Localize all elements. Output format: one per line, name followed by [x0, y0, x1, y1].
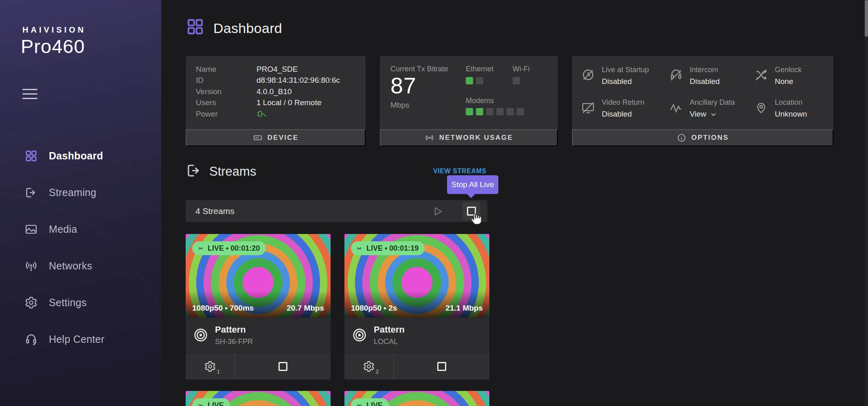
live-broadcast-icon [355, 245, 363, 252]
status-square-off [496, 108, 504, 115]
options-card: Live at Startup Disabled Intercom Disabl… [572, 56, 833, 146]
modems-label: Modems [466, 97, 494, 105]
wifi-status-squares [513, 77, 520, 84]
power-plug-icon [256, 110, 267, 118]
bitrate-label: Current Tx Bitrate [390, 65, 448, 73]
sidebar-nav: Dashboard Streaming Media Networks Setti… [0, 137, 161, 357]
status-square-on [476, 108, 483, 115]
live-status-badge: LIVE [351, 398, 389, 406]
live-status-badge: LIVE • 00:01:19 [351, 241, 425, 255]
chevron-down-icon [710, 111, 717, 118]
network-usage-card-footer-button[interactable]: NETWORK USAGE [380, 129, 558, 146]
stream-thumbnail[interactable]: LIVE • 00:01:20 1080p50 • 700ms 20.7 Mbp… [186, 234, 331, 318]
status-square-off [506, 108, 514, 115]
settings-gear-icon [24, 296, 38, 309]
stream-source: LOCAL [374, 338, 405, 346]
streaming-icon [24, 186, 38, 199]
sidebar-item-networks[interactable]: Networks [0, 247, 161, 284]
encoder-number: 2 [376, 368, 379, 375]
stream-bitrate: 21.1 Mbps [445, 304, 483, 313]
bitrate-unit: Mbps [390, 101, 409, 110]
stream-card-actions: 2 [344, 353, 489, 380]
stop-all-button[interactable] [462, 202, 480, 220]
stream-source: SH-36-FPR [215, 338, 253, 346]
live-broadcast-icon [197, 402, 204, 406]
status-square-on [466, 77, 473, 84]
sidebar-item-label: Networks [49, 260, 92, 272]
device-card-footer-button[interactable]: DEVICE [186, 129, 366, 146]
stream-format: 1080p50 • 2s [351, 304, 397, 313]
status-square-off [517, 108, 524, 115]
sidebar: HAIVISION Pro460 Dashboard Streaming Med… [0, 0, 161, 406]
wifi-label: Wi-Fi [513, 65, 530, 73]
live-at-startup-disabled-icon [581, 68, 595, 82]
options-card-footer-button[interactable]: OPTIONS [572, 129, 833, 146]
stop-icon [278, 362, 287, 371]
stream-stop-button[interactable] [235, 353, 331, 380]
stream-thumbnail[interactable]: LIVE [186, 391, 331, 406]
device-row-version: Version 4.0.0_B10 [196, 86, 360, 97]
streams-toolbar: 4 Streams [186, 200, 487, 222]
option-video-return: Video Return Disabled [581, 98, 644, 119]
modems-status-squares [466, 108, 524, 115]
genlock-none-icon [754, 68, 768, 82]
live-status-badge: LIVE • 00:01:20 [192, 241, 266, 255]
sidebar-item-label: Media [49, 223, 77, 235]
scrollbar-thumb[interactable] [865, 0, 868, 37]
pattern-source-icon [193, 327, 208, 343]
streams-section-title: Streams [209, 164, 256, 179]
stop-icon [467, 207, 476, 216]
stream-card-1: LIVE • 00:01:20 1080p50 • 700ms 20.7 Mbp… [186, 234, 331, 380]
stream-card-2: LIVE • 00:01:19 1080p50 • 2s 21.1 Mbps P… [344, 234, 489, 380]
device-card: Name PRO4_SDE ID d8:98:14:31:02:96:80:6c… [186, 56, 366, 146]
stream-thumbnail[interactable]: LIVE • 00:01:19 1080p50 • 2s 21.1 Mbps [344, 234, 489, 318]
intercom-disabled-icon [669, 68, 683, 82]
stream-meta-overlay: 1080p50 • 2s 21.1 Mbps [344, 291, 489, 318]
stream-meta-overlay: 1080p50 • 700ms 20.7 Mbps [186, 291, 331, 318]
option-genlock: Genlock None [754, 66, 802, 86]
sidebar-item-media[interactable]: Media [0, 211, 161, 247]
menu-toggle-button[interactable] [22, 89, 37, 99]
sidebar-item-streaming[interactable]: Streaming [0, 174, 161, 211]
streams-count: 4 Streams [195, 206, 235, 216]
stream-info: Pattern SH-36-FPR [186, 318, 331, 353]
bitrate-value: 87 [390, 74, 416, 97]
info-icon [677, 133, 686, 143]
page-dashboard-icon [186, 17, 205, 36]
stream-thumbnail[interactable]: LIVE [344, 391, 489, 406]
device-row-users: Users 1 Local / 0 Remote [196, 97, 360, 109]
status-square-on [466, 108, 473, 115]
status-square-off [513, 77, 520, 84]
sidebar-item-settings[interactable]: Settings [0, 284, 161, 321]
brand-logo: HAIVISION [22, 25, 86, 35]
status-square-off [476, 77, 483, 84]
stream-info: Pattern LOCAL [344, 318, 489, 353]
ethernet-label: Ethernet [466, 65, 493, 73]
scrollbar-track[interactable] [865, 0, 868, 406]
device-icon [253, 133, 263, 143]
sidebar-item-help-center[interactable]: Help Center [0, 321, 161, 357]
encoder-number: 1 [217, 368, 220, 375]
sidebar-item-label: Help Center [49, 333, 105, 345]
view-streams-link[interactable]: VIEW STREAMS [433, 168, 487, 175]
stream-stop-button[interactable] [394, 353, 489, 380]
option-ancillary-data: Ancillary Data View [669, 98, 735, 119]
brand-model: Pro460 [21, 35, 85, 57]
stream-name: Pattern [215, 324, 253, 335]
help-headset-icon [24, 333, 38, 346]
encoder-gear-icon: 2 [363, 360, 375, 373]
stream-settings-button[interactable]: 1 [186, 353, 235, 380]
stream-name: Pattern [374, 324, 405, 335]
device-row-name: Name PRO4_SDE [196, 64, 360, 75]
sidebar-item-dashboard[interactable]: Dashboard [0, 137, 161, 174]
networks-antenna-icon [24, 259, 38, 273]
broadcast-icon [425, 133, 434, 143]
ancillary-data-dropdown[interactable]: View [690, 110, 735, 119]
device-row-power: Power [196, 108, 360, 120]
media-icon [24, 223, 38, 236]
stop-all-live-tooltip: Stop All Live [447, 175, 498, 194]
dashboard-grid-icon [24, 149, 38, 163]
start-all-button[interactable] [431, 205, 444, 218]
streams-section-icon [186, 162, 202, 179]
stream-settings-button[interactable]: 2 [344, 353, 394, 380]
